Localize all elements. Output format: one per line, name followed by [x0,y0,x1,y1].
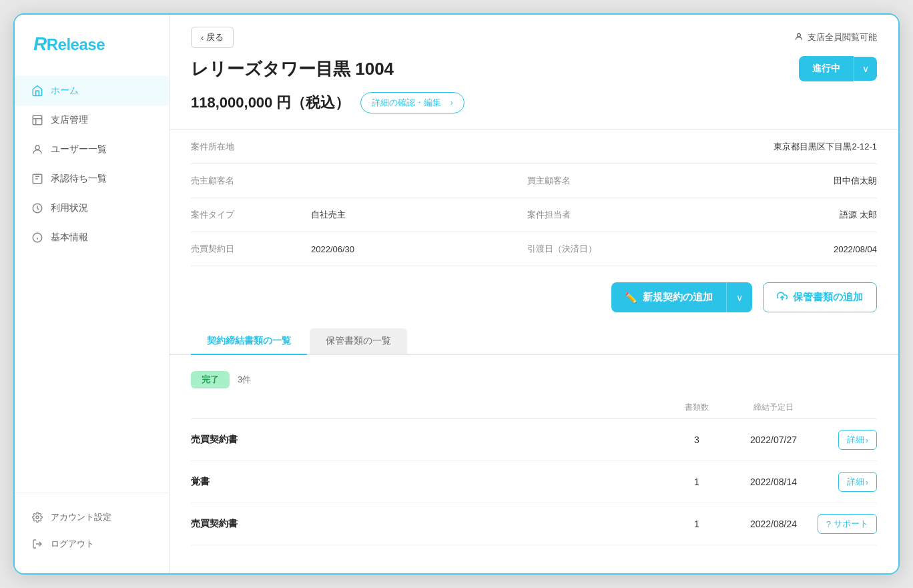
case-type-label: 案件タイプ [191,209,311,221]
table-row: 覚書 1 2022/08/14 詳細 › [191,461,877,503]
delivery-date-label: 引渡日（決済日） [527,243,661,255]
status-group: 進行中 ∨ [799,56,877,81]
back-button[interactable]: ‹ 戻る [191,27,234,48]
sidebar-item-branch[interactable]: 支店管理 [15,105,169,135]
add-storage-label: 保管書類の追加 [793,291,863,304]
row-2-action-label: 詳細 [847,476,864,488]
svg-rect-0 [33,115,42,125]
row-2-date: 2022/08/14 [730,477,817,487]
row-1-action-label: 詳細 [847,434,864,446]
row-1-chevron-icon: › [866,435,868,445]
topbar: ‹ 戻る 支店全員閲覧可能 [170,15,898,56]
edit-icon: ✏️ [625,292,637,304]
back-label: 戻る [206,31,224,43]
address-value: 東京都目黒区下目黒2-12-1 [311,141,877,153]
detail-edit-button[interactable]: 詳細の確認・編集 › [360,92,464,113]
add-contract-label: 新規契約の追加 [643,291,713,304]
logout-icon [31,537,44,551]
page-title: レリーズタワー目黒 1004 [191,57,394,81]
row-1-date: 2022/07/27 [730,434,817,445]
main-content: ‹ 戻る 支店全員閲覧可能 レリーズタワー目黒 1004 進行中 ∨ 118,0… [170,15,898,573]
row-2-name: 覚書 [191,476,663,488]
contract-date-label: 売買契約日 [191,243,311,255]
sidebar-item-home[interactable]: ホーム [15,76,169,105]
table-section: 完了 3件 書類数 締結予定日 売買契約書 3 2022/07/27 詳細 › [170,355,898,561]
back-chevron-icon: ‹ [201,33,204,43]
status-chevron-button[interactable]: ∨ [854,57,877,81]
question-icon: ? [826,519,831,529]
row-3-support-button[interactable]: ? サポート [818,514,877,534]
info-icon [31,231,44,244]
case-type-row: 案件タイプ 自社売主 案件担当者 語源 太郎 [191,198,877,232]
row-2-chevron-icon: › [866,477,868,487]
row-2-detail-button[interactable]: 詳細 › [838,472,877,492]
svg-point-1 [35,145,39,150]
sidebar-nav: ホーム 支店管理 ユーザー一覧 承認待ち一覧 [15,71,169,493]
sidebar-item-approvals-label: 承認待ち一覧 [51,173,107,185]
row-1-detail-button[interactable]: 詳細 › [838,430,877,450]
delivery-date-value: 2022/08/04 [661,244,877,254]
sidebar-item-home-label: ホーム [51,85,79,97]
user-icon [31,143,44,156]
row-1-action: 詳細 › [817,430,877,450]
tab-storage[interactable]: 保管書類の一覧 [310,328,407,354]
access-label: 支店全員閲覧可能 [808,31,877,43]
sidebar-item-logout[interactable]: ログアウト [15,531,169,557]
home-icon [31,84,44,97]
seller-label: 売主顧客名 [191,175,311,187]
status-badge: 完了 [191,371,230,388]
status-button[interactable]: 進行中 [799,56,854,81]
person-icon [794,32,804,43]
table-col-headers: 書類数 締結予定日 [191,396,877,419]
add-contract-chevron-button[interactable]: ∨ [726,282,752,312]
action-row: ✏️ 新規契約の追加 ∨ 保管書類の追加 [170,266,898,328]
row-1-name: 売買契約書 [191,434,663,446]
price-text: 118,000,000 円（税込） [191,93,350,113]
add-storage-button[interactable]: 保管書類の追加 [763,282,877,312]
svg-point-9 [798,33,801,37]
row-3-action: ? サポート [817,514,877,534]
contract-date-value: 2022/06/30 [311,244,527,254]
tab-contracts[interactable]: 契約締結書類の一覧 [191,328,307,355]
sidebar-item-usage-label: 利用状況 [51,202,88,214]
col-header-count: 書類数 [663,402,730,413]
settings-icon [31,511,44,524]
case-manager-label: 案件担当者 [527,209,661,221]
row-1-count: 3 [663,434,730,445]
svg-point-7 [36,516,39,519]
sidebar-item-account[interactable]: アカウント設定 [15,504,169,531]
row-3-name: 売買契約書 [191,518,663,530]
row-2-action: 詳細 › [817,472,877,492]
table-row: 売買契約書 1 2022/08/24 ? サポート [191,503,877,545]
sidebar: RRelease ホーム 支店管理 ユーザー一覧 [15,15,170,573]
tab-storage-label: 保管書類の一覧 [326,335,391,346]
sidebar-item-branch-label: 支店管理 [51,114,88,126]
row-3-count: 1 [663,519,730,529]
approvals-icon [31,172,44,186]
col-header-date: 締結予定日 [730,402,817,413]
row-3-date: 2022/08/24 [730,519,817,529]
add-contract-group: ✏️ 新規契約の追加 ∨ [611,282,752,312]
add-contract-button[interactable]: ✏️ 新規契約の追加 [611,282,726,312]
address-label: 案件所在地 [191,141,311,153]
sidebar-bottom: アカウント設定 ログアウト [15,493,169,573]
sidebar-item-info[interactable]: 基本情報 [15,223,169,252]
page-header: レリーズタワー目黒 1004 進行中 ∨ [170,56,898,92]
upload-icon [777,291,788,304]
record-count: 3件 [238,374,251,386]
table-row: 売買契約書 3 2022/07/27 詳細 › [191,419,877,461]
sidebar-item-approvals[interactable]: 承認待ち一覧 [15,164,169,194]
dates-row: 売買契約日 2022/06/30 引渡日（決済日） 2022/08/04 [191,232,877,266]
logo-text: RRelease [33,33,105,55]
sidebar-item-usage[interactable]: 利用状況 [15,194,169,223]
usage-icon [31,202,44,215]
sidebar-item-users[interactable]: ユーザー一覧 [15,135,169,164]
price-row: 118,000,000 円（税込） 詳細の確認・編集 › [170,92,898,129]
account-label: アカウント設定 [51,511,111,523]
detail-edit-label: 詳細の確認・編集 › [372,97,452,109]
row-3-action-label: サポート [834,518,868,530]
logo: RRelease [15,15,169,71]
branch-icon [31,113,44,127]
buyer-value: 田中信太朗 [661,175,877,187]
logout-label: ログアウト [51,538,94,550]
